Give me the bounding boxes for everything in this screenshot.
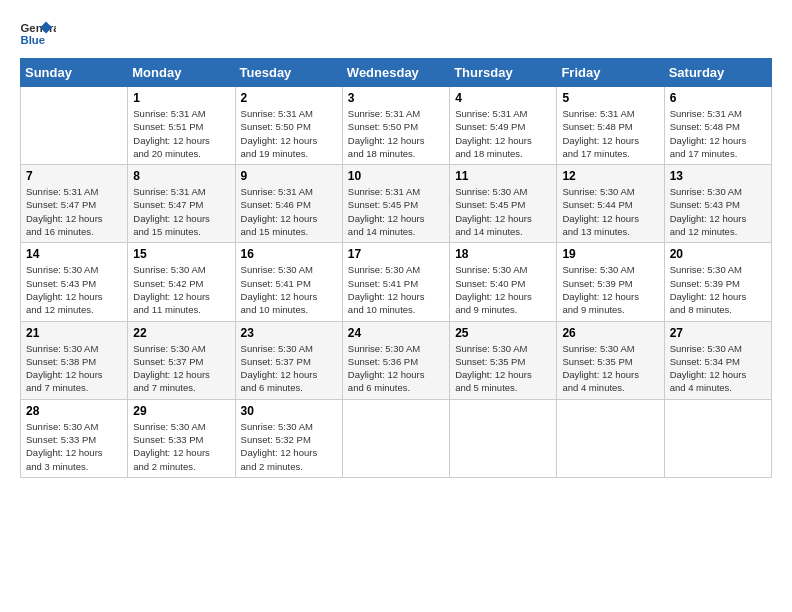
- column-header-thursday: Thursday: [450, 59, 557, 87]
- calendar-cell: 4Sunrise: 5:31 AM Sunset: 5:49 PM Daylig…: [450, 87, 557, 165]
- day-info: Sunrise: 5:30 AM Sunset: 5:45 PM Dayligh…: [455, 185, 551, 238]
- calendar-cell: 10Sunrise: 5:31 AM Sunset: 5:45 PM Dayli…: [342, 165, 449, 243]
- calendar-cell: [557, 399, 664, 477]
- day-info: Sunrise: 5:30 AM Sunset: 5:41 PM Dayligh…: [348, 263, 444, 316]
- day-number: 26: [562, 326, 658, 340]
- calendar-cell: 2Sunrise: 5:31 AM Sunset: 5:50 PM Daylig…: [235, 87, 342, 165]
- day-info: Sunrise: 5:31 AM Sunset: 5:50 PM Dayligh…: [348, 107, 444, 160]
- calendar-week-row: 14Sunrise: 5:30 AM Sunset: 5:43 PM Dayli…: [21, 243, 772, 321]
- day-info: Sunrise: 5:31 AM Sunset: 5:49 PM Dayligh…: [455, 107, 551, 160]
- column-header-friday: Friday: [557, 59, 664, 87]
- day-number: 28: [26, 404, 122, 418]
- calendar-cell: 19Sunrise: 5:30 AM Sunset: 5:39 PM Dayli…: [557, 243, 664, 321]
- calendar-table: SundayMondayTuesdayWednesdayThursdayFrid…: [20, 58, 772, 478]
- calendar-cell: 17Sunrise: 5:30 AM Sunset: 5:41 PM Dayli…: [342, 243, 449, 321]
- day-info: Sunrise: 5:31 AM Sunset: 5:45 PM Dayligh…: [348, 185, 444, 238]
- day-number: 14: [26, 247, 122, 261]
- day-info: Sunrise: 5:30 AM Sunset: 5:34 PM Dayligh…: [670, 342, 766, 395]
- calendar-cell: 29Sunrise: 5:30 AM Sunset: 5:33 PM Dayli…: [128, 399, 235, 477]
- day-number: 5: [562, 91, 658, 105]
- calendar-cell: 11Sunrise: 5:30 AM Sunset: 5:45 PM Dayli…: [450, 165, 557, 243]
- column-header-monday: Monday: [128, 59, 235, 87]
- day-info: Sunrise: 5:30 AM Sunset: 5:39 PM Dayligh…: [562, 263, 658, 316]
- calendar-cell: 15Sunrise: 5:30 AM Sunset: 5:42 PM Dayli…: [128, 243, 235, 321]
- calendar-header-row: SundayMondayTuesdayWednesdayThursdayFrid…: [21, 59, 772, 87]
- calendar-cell: 3Sunrise: 5:31 AM Sunset: 5:50 PM Daylig…: [342, 87, 449, 165]
- day-number: 22: [133, 326, 229, 340]
- day-number: 11: [455, 169, 551, 183]
- day-number: 17: [348, 247, 444, 261]
- day-info: Sunrise: 5:30 AM Sunset: 5:42 PM Dayligh…: [133, 263, 229, 316]
- day-info: Sunrise: 5:30 AM Sunset: 5:43 PM Dayligh…: [670, 185, 766, 238]
- day-info: Sunrise: 5:30 AM Sunset: 5:43 PM Dayligh…: [26, 263, 122, 316]
- calendar-cell: 23Sunrise: 5:30 AM Sunset: 5:37 PM Dayli…: [235, 321, 342, 399]
- day-info: Sunrise: 5:30 AM Sunset: 5:32 PM Dayligh…: [241, 420, 337, 473]
- day-number: 7: [26, 169, 122, 183]
- day-info: Sunrise: 5:30 AM Sunset: 5:41 PM Dayligh…: [241, 263, 337, 316]
- day-number: 3: [348, 91, 444, 105]
- calendar-cell: 14Sunrise: 5:30 AM Sunset: 5:43 PM Dayli…: [21, 243, 128, 321]
- day-info: Sunrise: 5:30 AM Sunset: 5:40 PM Dayligh…: [455, 263, 551, 316]
- day-number: 20: [670, 247, 766, 261]
- calendar-cell: 8Sunrise: 5:31 AM Sunset: 5:47 PM Daylig…: [128, 165, 235, 243]
- day-number: 27: [670, 326, 766, 340]
- calendar-cell: 26Sunrise: 5:30 AM Sunset: 5:35 PM Dayli…: [557, 321, 664, 399]
- day-info: Sunrise: 5:30 AM Sunset: 5:36 PM Dayligh…: [348, 342, 444, 395]
- day-info: Sunrise: 5:30 AM Sunset: 5:39 PM Dayligh…: [670, 263, 766, 316]
- day-info: Sunrise: 5:30 AM Sunset: 5:33 PM Dayligh…: [26, 420, 122, 473]
- day-number: 30: [241, 404, 337, 418]
- calendar-cell: 24Sunrise: 5:30 AM Sunset: 5:36 PM Dayli…: [342, 321, 449, 399]
- svg-text:Blue: Blue: [21, 34, 46, 46]
- calendar-week-row: 28Sunrise: 5:30 AM Sunset: 5:33 PM Dayli…: [21, 399, 772, 477]
- calendar-cell: [450, 399, 557, 477]
- day-info: Sunrise: 5:30 AM Sunset: 5:37 PM Dayligh…: [133, 342, 229, 395]
- day-number: 2: [241, 91, 337, 105]
- day-info: Sunrise: 5:30 AM Sunset: 5:35 PM Dayligh…: [562, 342, 658, 395]
- calendar-cell: 13Sunrise: 5:30 AM Sunset: 5:43 PM Dayli…: [664, 165, 771, 243]
- day-info: Sunrise: 5:30 AM Sunset: 5:44 PM Dayligh…: [562, 185, 658, 238]
- day-number: 9: [241, 169, 337, 183]
- logo: General Blue: [20, 20, 62, 48]
- day-number: 10: [348, 169, 444, 183]
- column-header-wednesday: Wednesday: [342, 59, 449, 87]
- day-number: 15: [133, 247, 229, 261]
- day-number: 19: [562, 247, 658, 261]
- day-number: 8: [133, 169, 229, 183]
- calendar-week-row: 21Sunrise: 5:30 AM Sunset: 5:38 PM Dayli…: [21, 321, 772, 399]
- day-info: Sunrise: 5:30 AM Sunset: 5:37 PM Dayligh…: [241, 342, 337, 395]
- column-header-tuesday: Tuesday: [235, 59, 342, 87]
- day-number: 13: [670, 169, 766, 183]
- calendar-cell: [342, 399, 449, 477]
- day-info: Sunrise: 5:31 AM Sunset: 5:47 PM Dayligh…: [26, 185, 122, 238]
- calendar-cell: 9Sunrise: 5:31 AM Sunset: 5:46 PM Daylig…: [235, 165, 342, 243]
- day-info: Sunrise: 5:31 AM Sunset: 5:48 PM Dayligh…: [562, 107, 658, 160]
- calendar-cell: 1Sunrise: 5:31 AM Sunset: 5:51 PM Daylig…: [128, 87, 235, 165]
- day-info: Sunrise: 5:30 AM Sunset: 5:35 PM Dayligh…: [455, 342, 551, 395]
- calendar-cell: 12Sunrise: 5:30 AM Sunset: 5:44 PM Dayli…: [557, 165, 664, 243]
- calendar-week-row: 7Sunrise: 5:31 AM Sunset: 5:47 PM Daylig…: [21, 165, 772, 243]
- column-header-sunday: Sunday: [21, 59, 128, 87]
- calendar-cell: 7Sunrise: 5:31 AM Sunset: 5:47 PM Daylig…: [21, 165, 128, 243]
- calendar-cell: 16Sunrise: 5:30 AM Sunset: 5:41 PM Dayli…: [235, 243, 342, 321]
- day-info: Sunrise: 5:30 AM Sunset: 5:33 PM Dayligh…: [133, 420, 229, 473]
- day-info: Sunrise: 5:31 AM Sunset: 5:46 PM Dayligh…: [241, 185, 337, 238]
- day-number: 12: [562, 169, 658, 183]
- day-number: 25: [455, 326, 551, 340]
- calendar-cell: 18Sunrise: 5:30 AM Sunset: 5:40 PM Dayli…: [450, 243, 557, 321]
- page-header: General Blue: [20, 20, 772, 48]
- calendar-cell: 30Sunrise: 5:30 AM Sunset: 5:32 PM Dayli…: [235, 399, 342, 477]
- calendar-cell: 22Sunrise: 5:30 AM Sunset: 5:37 PM Dayli…: [128, 321, 235, 399]
- calendar-cell: 28Sunrise: 5:30 AM Sunset: 5:33 PM Dayli…: [21, 399, 128, 477]
- calendar-cell: 27Sunrise: 5:30 AM Sunset: 5:34 PM Dayli…: [664, 321, 771, 399]
- day-info: Sunrise: 5:30 AM Sunset: 5:38 PM Dayligh…: [26, 342, 122, 395]
- day-number: 21: [26, 326, 122, 340]
- day-number: 1: [133, 91, 229, 105]
- day-number: 6: [670, 91, 766, 105]
- day-info: Sunrise: 5:31 AM Sunset: 5:47 PM Dayligh…: [133, 185, 229, 238]
- day-info: Sunrise: 5:31 AM Sunset: 5:50 PM Dayligh…: [241, 107, 337, 160]
- day-number: 18: [455, 247, 551, 261]
- calendar-cell: 6Sunrise: 5:31 AM Sunset: 5:48 PM Daylig…: [664, 87, 771, 165]
- column-header-saturday: Saturday: [664, 59, 771, 87]
- day-number: 24: [348, 326, 444, 340]
- calendar-cell: [21, 87, 128, 165]
